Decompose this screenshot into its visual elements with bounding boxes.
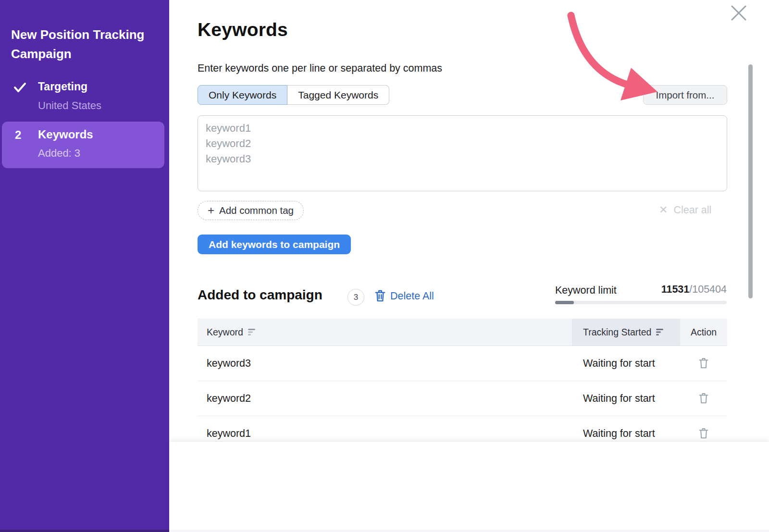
delete-row-icon[interactable] xyxy=(699,358,708,369)
vertical-scrollbar[interactable] xyxy=(748,64,753,298)
sidebar-step-keywords-label: Keywords xyxy=(38,128,93,141)
added-count-badge: 3 xyxy=(347,289,364,306)
sidebar-bottom-edge xyxy=(0,530,169,532)
trash-icon xyxy=(375,290,385,302)
tab-tagged-keywords[interactable]: Tagged Keywords xyxy=(287,85,389,105)
action-cell xyxy=(680,358,727,369)
status-cell: Waiting for start xyxy=(572,393,680,405)
keyword-limit-progressbar xyxy=(555,301,727,304)
action-cell xyxy=(680,393,727,404)
keyword-cell: keyword3 xyxy=(198,358,572,370)
add-common-tag-button[interactable]: + Add common tag xyxy=(198,201,304,220)
sidebar-step-keywords[interactable]: 2 Keywords Added: 3 xyxy=(2,122,164,168)
status-cell: Waiting for start xyxy=(572,428,680,440)
plus-icon: + xyxy=(208,205,214,216)
delete-row-icon[interactable] xyxy=(699,393,708,404)
status-cell: Waiting for start xyxy=(572,358,680,370)
keyword-cell: keyword1 xyxy=(198,428,572,440)
keyword-limit-fill xyxy=(555,301,574,304)
table-row: keyword1 Waiting for start xyxy=(198,416,727,441)
check-icon xyxy=(13,82,26,93)
sidebar-step-targeting-value: United States xyxy=(38,99,101,112)
import-from-button[interactable]: Import from... xyxy=(643,85,727,105)
table-header: Keyword Tracking Started xyxy=(198,319,727,346)
sidebar-step-keywords-value: Added: 3 xyxy=(38,147,80,160)
keyword-limit-values: 11531/105404 xyxy=(555,284,727,296)
delete-all-label: Delete All xyxy=(390,290,434,302)
added-to-campaign-title: Added to campaign xyxy=(198,287,322,303)
keyword-limit-total: 105404 xyxy=(692,284,727,295)
clear-all-label: Clear all xyxy=(673,204,711,216)
sort-icon xyxy=(248,329,256,335)
wizard-title: New Position Tracking Campaign xyxy=(11,25,160,63)
column-header-action: Action xyxy=(680,327,727,338)
main-bottom-edge xyxy=(169,530,769,532)
tab-only-keywords[interactable]: Only Keywords xyxy=(198,85,287,105)
sidebar-step-targeting[interactable]: Targeting xyxy=(38,80,87,93)
keywords-input[interactable] xyxy=(198,115,727,191)
action-cell xyxy=(680,428,727,439)
add-common-tag-label: Add common tag xyxy=(219,205,294,216)
keywords-mode-tabs: Only Keywords Tagged Keywords xyxy=(198,85,389,105)
sort-icon xyxy=(656,329,664,335)
delete-row-icon[interactable] xyxy=(699,428,708,439)
new-position-tracking-modal: New Position Tracking Campaign Targeting… xyxy=(0,0,769,532)
clear-all-button[interactable]: ✕ Clear all xyxy=(659,204,711,216)
page-title: Keywords xyxy=(198,19,288,40)
wizard-footer: Send me weekly ranking updates via email… xyxy=(169,441,769,532)
table-row: keyword3 Waiting for start xyxy=(198,346,727,381)
clear-x-icon: ✕ xyxy=(659,204,668,216)
close-icon[interactable] xyxy=(730,4,748,22)
column-header-tracking-started[interactable]: Tracking Started xyxy=(572,319,680,346)
keyword-limit-used: 11531 xyxy=(661,284,690,295)
wizard-sidebar: New Position Tracking Campaign Targeting… xyxy=(0,0,169,532)
table-row: keyword2 Waiting for start xyxy=(198,381,727,416)
keywords-panel: Keywords Enter keywords one per line or … xyxy=(169,0,769,532)
delete-all-button[interactable]: Delete All xyxy=(375,290,434,302)
step-number: 2 xyxy=(15,128,21,142)
keywords-hint-text: Enter keywords one per line or separated… xyxy=(198,62,442,74)
column-header-keyword[interactable]: Keyword xyxy=(198,327,572,338)
add-keywords-to-campaign-button[interactable]: Add keywords to campaign xyxy=(198,235,351,254)
keyword-cell: keyword2 xyxy=(198,393,572,405)
keywords-table: Keyword Tracking Started xyxy=(198,319,727,441)
